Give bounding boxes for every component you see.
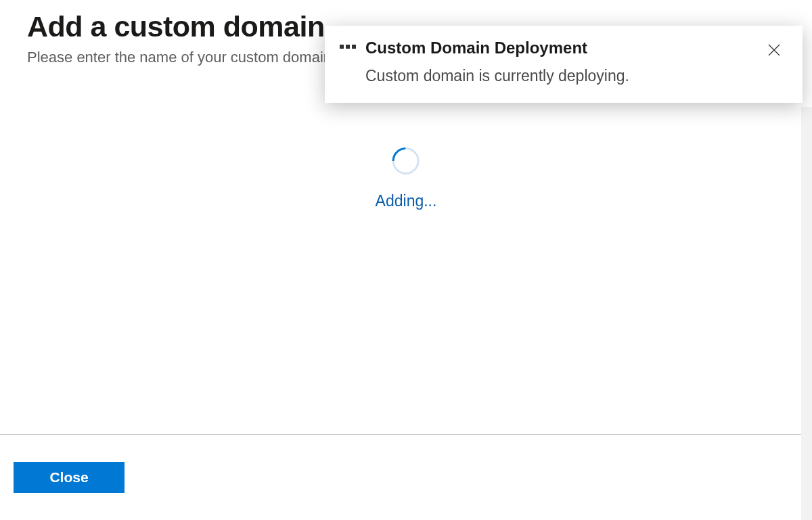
scrollbar-track[interactable] bbox=[801, 107, 812, 520]
loading-container: Adding... bbox=[376, 147, 437, 210]
close-icon bbox=[766, 42, 782, 58]
notification-close-button[interactable] bbox=[763, 39, 785, 61]
notification-title: Custom Domain Deployment bbox=[365, 39, 763, 57]
spinner-icon bbox=[387, 142, 426, 181]
notification-content: Custom Domain Deployment Custom domain i… bbox=[365, 37, 763, 85]
page-container: Add a custom domain Please enter the nam… bbox=[0, 0, 812, 520]
deployment-progress-icon bbox=[340, 45, 356, 49]
notification-message: Custom domain is currently deploying. bbox=[365, 67, 763, 85]
footer-bar: Close bbox=[0, 434, 812, 520]
close-button[interactable]: Close bbox=[14, 462, 125, 493]
notification-toast: Custom Domain Deployment Custom domain i… bbox=[325, 26, 803, 103]
loading-text: Adding... bbox=[376, 192, 437, 210]
